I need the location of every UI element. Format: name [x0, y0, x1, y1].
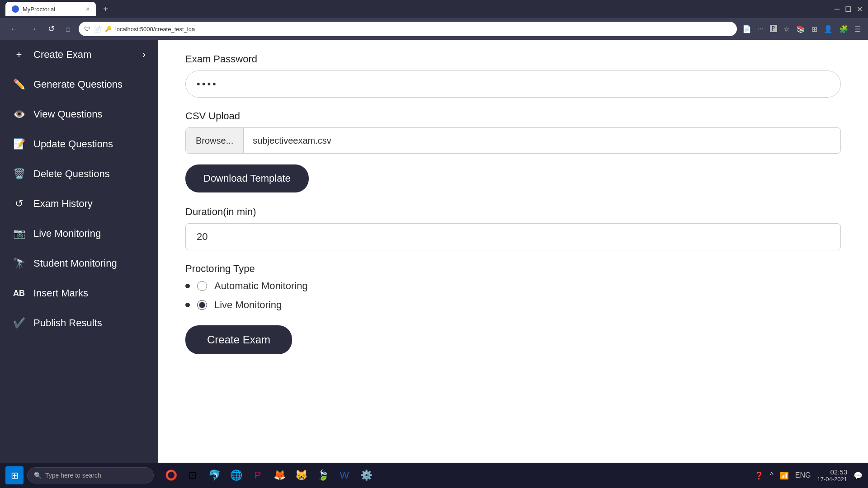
- taskbar-app-settings[interactable]: ⚙️: [356, 465, 376, 485]
- exam-password-label: Exam Password: [185, 53, 841, 65]
- account-icon[interactable]: 👤: [824, 25, 833, 33]
- radio-automatic-input[interactable]: [197, 281, 207, 291]
- sidebar-item-label: Generate Questions: [33, 79, 123, 90]
- sidebar-item-view-questions[interactable]: 👁️ View Questions: [0, 99, 158, 129]
- close-tab-button[interactable]: ×: [86, 5, 90, 13]
- browser-tab[interactable]: MyProctor.ai ×: [5, 2, 96, 16]
- sidebar-item-publish-results[interactable]: ✔️ Publish Results: [0, 308, 158, 338]
- tab-manager-icon[interactable]: ⊞: [811, 25, 817, 33]
- browse-button[interactable]: Browse...: [186, 128, 244, 153]
- taskbar-time: 02:53 17-04-2021: [817, 468, 848, 483]
- taskbar-app-powerpoint[interactable]: P: [248, 465, 268, 485]
- sidebar-item-generate-questions[interactable]: ✏️ Generate Questions: [0, 70, 158, 99]
- sidebar-item-label: Live Monitoring: [33, 228, 101, 239]
- sidebar-item-label: Exam History: [33, 198, 93, 210]
- bookmark-icon[interactable]: ☆: [783, 25, 790, 33]
- csv-upload-label: CSV Upload: [185, 110, 841, 122]
- home-button[interactable]: ⌂: [63, 23, 73, 36]
- taskbar-app-task-view[interactable]: ⊡: [183, 465, 203, 485]
- search-placeholder: Type here to search: [45, 472, 101, 479]
- sidebar-item-exam-history[interactable]: ↺ Exam History: [0, 189, 158, 219]
- date: 17-04-2021: [817, 476, 848, 483]
- wifi-icon: 📶: [780, 471, 789, 480]
- forward-button[interactable]: →: [26, 23, 40, 36]
- live-monitoring-icon: 📷: [13, 228, 25, 239]
- taskbar-app-unknown[interactable]: 😸: [291, 465, 311, 485]
- taskbar-app-mysql[interactable]: 🐬: [204, 465, 224, 485]
- reload-button[interactable]: ↺: [45, 22, 57, 36]
- radio-option-automatic: Automatic Monitoring: [185, 280, 841, 292]
- sidebar-item-delete-questions[interactable]: 🗑️ Delete Questions: [0, 159, 158, 189]
- address-bar[interactable]: 🛡 📄 🔑 localhost:5000/create_test_lqa: [79, 22, 737, 36]
- sidebar-item-label: Create Exam: [33, 49, 91, 61]
- extensions-icon[interactable]: 🧩: [839, 25, 848, 33]
- notification-icon[interactable]: 💬: [854, 471, 863, 480]
- radio-live-label[interactable]: Live Monitoring: [214, 299, 282, 311]
- nav-icons-right: 📄 ··· 🅿 ☆ 📚 ⊞ 👤 🧩 ☰: [742, 25, 861, 33]
- main-layout: + Create Exam › ✏️ Generate Questions 👁️…: [0, 40, 868, 463]
- taskbar-search[interactable]: 🔍 Type here to search: [27, 467, 154, 483]
- generate-questions-icon: ✏️: [13, 79, 25, 90]
- create-exam-button[interactable]: Create Exam: [185, 325, 292, 354]
- bookmarks-library-icon[interactable]: 📚: [796, 25, 805, 33]
- sidebar-item-student-monitoring[interactable]: 🔭 Student Monitoring: [0, 249, 158, 278]
- sidebar-item-label: View Questions: [33, 108, 102, 120]
- more-options-icon[interactable]: ···: [758, 25, 764, 33]
- taskbar-right: ❓ ^ 📶 ENG 02:53 17-04-2021 💬: [755, 468, 863, 483]
- taskbar-app-word[interactable]: W: [335, 465, 354, 485]
- taskbar-app-edge[interactable]: 🌐: [226, 465, 246, 485]
- duration-label: Duration(in min): [185, 206, 841, 218]
- sidebar-item-label: Student Monitoring: [33, 258, 117, 269]
- clock: 02:53: [817, 468, 848, 476]
- page-icon: 📄: [94, 26, 101, 33]
- chevron-up-icon[interactable]: ^: [770, 471, 774, 479]
- view-questions-icon: 👁️: [13, 108, 25, 120]
- browser-title-bar: MyProctor.ai × + ─ ☐ ✕: [0, 0, 868, 18]
- pocket-icon[interactable]: 🅿: [770, 25, 777, 33]
- url-text[interactable]: localhost:5000/create_test_lqa: [115, 26, 731, 33]
- search-icon: 🔍: [34, 472, 42, 479]
- taskbar-app-mongodb[interactable]: 🍃: [313, 465, 333, 485]
- exam-password-input[interactable]: [185, 70, 841, 98]
- proctoring-type-label: Proctoring Type: [185, 263, 841, 275]
- download-template-button[interactable]: Download Template: [185, 164, 309, 192]
- exam-history-icon: ↺: [13, 198, 25, 210]
- duration-input[interactable]: [185, 223, 841, 250]
- sidebar-item-label: Update Questions: [33, 138, 113, 150]
- sidebar-item-label: Publish Results: [33, 317, 102, 329]
- start-button[interactable]: ⊞: [5, 466, 24, 484]
- sidebar-item-live-monitoring[interactable]: 📷 Live Monitoring: [0, 219, 158, 249]
- window-controls: ─ ☐ ✕: [835, 5, 863, 14]
- taskbar: ⊞ 🔍 Type here to search ⭕ ⊡ 🐬 🌐 P 🦊 😸 🍃 …: [0, 463, 868, 488]
- new-tab-button[interactable]: +: [99, 4, 112, 14]
- taskbar-app-cortana[interactable]: ⭕: [161, 465, 181, 485]
- proctoring-section: Automatic Monitoring Live Monitoring: [185, 280, 841, 311]
- insert-marks-icon: AB: [13, 289, 25, 298]
- reader-view-icon[interactable]: 📄: [742, 25, 751, 33]
- help-icon: ❓: [755, 471, 764, 480]
- taskbar-app-firefox[interactable]: 🦊: [269, 465, 289, 485]
- taskbar-apps: ⭕ ⊡ 🐬 🌐 P 🦊 😸 🍃 W ⚙️: [161, 465, 376, 485]
- bullet-dot-automatic: [185, 284, 190, 288]
- sidebar-item-label: Insert Marks: [33, 287, 88, 299]
- menu-icon[interactable]: ☰: [854, 25, 861, 33]
- maximize-button[interactable]: ☐: [845, 5, 851, 14]
- sidebar-item-update-questions[interactable]: 📝 Update Questions: [0, 129, 158, 159]
- radio-automatic-label[interactable]: Automatic Monitoring: [214, 280, 308, 292]
- browser-nav-bar: ← → ↺ ⌂ 🛡 📄 🔑 localhost:5000/create_test…: [0, 18, 868, 40]
- update-questions-icon: 📝: [13, 138, 25, 150]
- radio-live-input[interactable]: [197, 300, 207, 310]
- tab-title: MyProctor.ai: [23, 6, 55, 13]
- back-button[interactable]: ←: [7, 23, 21, 36]
- sidebar-item-insert-marks[interactable]: AB Insert Marks: [0, 278, 158, 308]
- minimize-button[interactable]: ─: [835, 5, 840, 13]
- close-window-button[interactable]: ✕: [857, 5, 863, 14]
- publish-results-icon: ✔️: [13, 317, 25, 329]
- content-area: Exam Password CSV Upload Browse... subje…: [158, 40, 868, 463]
- shield-icon: 🛡: [84, 25, 90, 33]
- bullet-dot-live: [185, 303, 190, 307]
- sidebar-item-label: Delete Questions: [33, 168, 110, 180]
- sidebar-item-create-exam[interactable]: + Create Exam ›: [0, 40, 158, 70]
- tab-favicon: [12, 5, 19, 13]
- radio-option-live: Live Monitoring: [185, 299, 841, 311]
